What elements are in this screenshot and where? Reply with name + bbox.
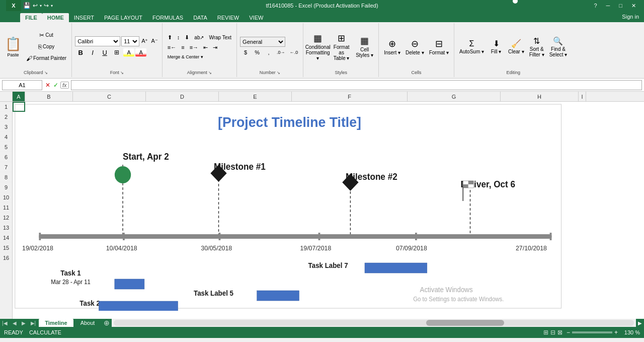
sign-in-button[interactable]: Sign in [617, 12, 644, 21]
row-6[interactable]: 6 [0, 152, 12, 162]
format-as-table-button[interactable]: ⊞ Format asTable ▾ [330, 33, 353, 61]
normal-view-button[interactable]: ⊞ [543, 329, 548, 336]
tab-page-layout[interactable]: PAGE LAYOUT [99, 13, 147, 22]
page-break-view-button[interactable]: ⊠ [557, 329, 562, 336]
tab-review[interactable]: REVIEW [212, 13, 244, 22]
tab-data[interactable]: DATA [188, 13, 212, 22]
row-10[interactable]: 10 [0, 192, 12, 202]
percent-button[interactable]: % [252, 48, 263, 56]
row-5[interactable]: 5 [0, 142, 12, 152]
align-middle-button[interactable]: ↕ [175, 33, 182, 41]
align-left-button[interactable]: ≡← [166, 43, 178, 51]
decrease-font-button[interactable]: A⁻ [150, 37, 158, 45]
tab-home[interactable]: HOME [42, 13, 69, 22]
sort-filter-button[interactable]: ⇅ Sort &Filter ▾ [527, 33, 546, 61]
orientation-button[interactable]: ab↗ [192, 34, 206, 41]
format-button[interactable]: ⊟ Format ▾ [427, 33, 451, 61]
redo-button[interactable]: ↪ [44, 2, 49, 9]
row-16[interactable]: 16 [0, 253, 12, 263]
align-center-button[interactable]: ≡ [179, 43, 186, 51]
fill-button[interactable]: ⬇ Fill ▾ [487, 33, 505, 61]
paste-button[interactable]: 📋Paste [3, 33, 23, 61]
col-header-c[interactable]: C [73, 92, 146, 101]
confirm-formula-button[interactable]: ✓ [52, 82, 59, 89]
find-select-button[interactable]: 🔍 Find &Select ▾ [547, 33, 570, 61]
increase-decimal-button[interactable]: .0→ [275, 49, 287, 56]
sheet-tab-about[interactable]: About [74, 319, 101, 327]
border-button[interactable]: ⊞ [111, 48, 122, 57]
maximize-button[interactable]: □ [615, 3, 626, 9]
font-name-select[interactable]: Calibri [75, 36, 120, 46]
row-8[interactable]: 8 [0, 172, 12, 182]
layout-view-button[interactable]: ⊟ [550, 329, 555, 336]
row-4[interactable]: 4 [0, 132, 12, 142]
autosum-button[interactable]: Σ AutoSum ▾ [457, 33, 486, 61]
conditional-formatting-button[interactable]: ▦ ConditionalFormatting ▾ [306, 33, 329, 61]
decrease-decimal-button[interactable]: ←.0 [288, 49, 300, 56]
horizontal-scrollbar[interactable] [112, 319, 636, 327]
font-color-button[interactable]: A [135, 48, 146, 56]
col-header-f[interactable]: F [292, 92, 408, 101]
col-header-h[interactable]: H [501, 92, 579, 101]
number-format-select[interactable]: General [240, 37, 285, 47]
zoom-out-button[interactable]: − [567, 329, 570, 336]
cells-area[interactable]: [Project Timeline Title] Start, Apr 2 Mi… [13, 102, 644, 319]
comma-button[interactable]: , [263, 48, 274, 56]
sheet-nav-prev[interactable]: ◀ [11, 320, 19, 326]
copy-button[interactable]: ⎘Copy [24, 41, 68, 52]
row-3[interactable]: 3 [0, 122, 12, 132]
format-painter-button[interactable]: 🖌Format Painter [24, 53, 68, 64]
font-size-select[interactable]: 11 [121, 36, 139, 46]
align-bottom-button[interactable]: ⬇ [183, 33, 191, 42]
merge-center-button[interactable]: Merge & Center ▾ [166, 53, 205, 60]
col-header-b[interactable]: B [25, 92, 73, 101]
qat-customize[interactable]: ▾ [51, 4, 53, 8]
align-top-button[interactable]: ⬆ [166, 33, 174, 42]
clear-button[interactable]: 🧹 Clear ▾ [506, 33, 526, 61]
name-box[interactable] [2, 80, 42, 90]
close-button[interactable]: ✕ [627, 3, 640, 9]
wrap-text-button[interactable]: Wrap Text [207, 34, 233, 41]
add-sheet-button[interactable]: ⊕ [102, 319, 112, 327]
increase-font-button[interactable]: A⁺ [140, 37, 149, 45]
undo-button[interactable]: ↩ [33, 2, 38, 9]
zoom-in-button[interactable]: + [614, 329, 618, 336]
save-button[interactable]: 💾 [23, 2, 31, 9]
row-13[interactable]: 13 [0, 223, 12, 233]
tab-formulas[interactable]: FORMULAS [147, 13, 188, 22]
formula-input[interactable] [71, 80, 642, 90]
row-15[interactable]: 15 [0, 243, 12, 253]
scroll-right-btn[interactable]: ▶ [636, 320, 644, 326]
tab-view[interactable]: VIEW [244, 13, 268, 22]
tab-insert[interactable]: INSERT [69, 13, 99, 22]
row-7[interactable]: 7 [0, 162, 12, 172]
cut-button[interactable]: ✂Cut [24, 30, 68, 41]
align-right-button[interactable]: ≡→ [188, 43, 200, 51]
italic-button[interactable]: I [87, 48, 98, 57]
col-header-d[interactable]: D [146, 92, 219, 101]
sheet-nav-next[interactable]: ▶ [20, 320, 28, 326]
row-12[interactable]: 12 [0, 213, 12, 223]
delete-button[interactable]: ⊖ Delete ▾ [404, 33, 426, 61]
col-header-e[interactable]: E [219, 92, 292, 101]
underline-button[interactable]: U [99, 48, 110, 57]
undo-dropdown[interactable]: ▾ [40, 4, 42, 8]
row-9[interactable]: 9 [0, 182, 12, 192]
bold-button[interactable]: B [75, 48, 86, 57]
tab-file[interactable]: FILE [20, 13, 42, 22]
fill-color-button[interactable]: A [123, 48, 134, 56]
row-11[interactable]: 11 [0, 202, 12, 213]
cancel-formula-button[interactable]: ✕ [44, 82, 51, 89]
sheet-nav-last[interactable]: ▶| [29, 320, 38, 326]
cell-styles-button[interactable]: ▦ CellStyles ▾ [354, 33, 375, 61]
minimize-button[interactable]: ─ [602, 3, 614, 9]
zoom-slider[interactable] [572, 331, 612, 333]
insert-function-button[interactable]: fx [60, 82, 69, 89]
insert-button[interactable]: ⊕ Insert ▾ [382, 33, 403, 61]
increase-indent-button[interactable]: ⇥ [211, 43, 219, 52]
accounting-button[interactable]: $ [240, 48, 251, 56]
row-14[interactable]: 14 [0, 233, 12, 243]
row-1[interactable]: 1 [0, 102, 12, 112]
help-button[interactable]: ? [590, 3, 601, 9]
decrease-indent-button[interactable]: ⇤ [201, 43, 210, 52]
